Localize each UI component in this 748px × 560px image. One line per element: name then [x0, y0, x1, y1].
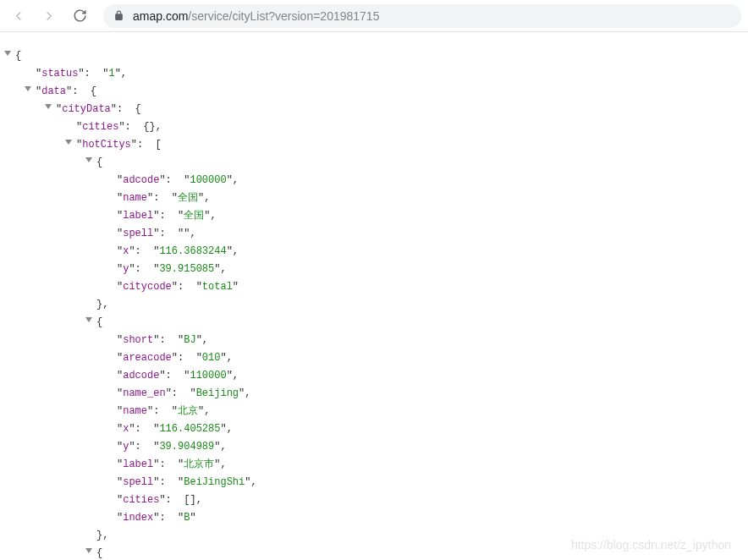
back-button[interactable] — [7, 4, 30, 28]
json-array-item-0[interactable]: { — [15, 154, 748, 172]
json-kv-name_en: "name_en": "Beijing", — [15, 385, 748, 403]
json-key-hotCitys[interactable]: "hotCitys": [ — [15, 136, 748, 154]
json-kv-index: "index": "B" — [15, 509, 748, 527]
forward-button[interactable] — [37, 4, 61, 28]
json-kv-label: "label": "北京市", — [15, 456, 748, 474]
json-kv-citycode: "citycode": "total" — [15, 278, 748, 296]
expand-toggle-icon[interactable] — [4, 51, 11, 56]
json-kv-spell: "spell": "", — [15, 225, 748, 243]
browser-toolbar: amap.com/service/cityList?version=201981… — [0, 0, 748, 32]
json-kv-name: "name": "全国", — [15, 189, 748, 207]
json-kv-adcode: "adcode": "100000", — [15, 172, 748, 189]
expand-toggle-icon[interactable] — [45, 104, 52, 109]
json-viewer: {"status": "1","data": {"cityData": {"ci… — [0, 32, 748, 560]
json-kv-status: "status": "1", — [15, 65, 748, 83]
json-kv-x: "x": "116.3683244", — [15, 243, 748, 261]
json-kv-cities-arr: "cities": [], — [15, 491, 748, 509]
json-root-open[interactable]: { — [15, 47, 748, 65]
json-key-data[interactable]: "data": { — [15, 83, 748, 101]
json-kv-short: "short": "BJ", — [15, 332, 748, 349]
json-kv-cities: "cities": {}, — [15, 118, 748, 136]
lock-icon — [113, 10, 124, 21]
url-domain: amap.com — [133, 9, 188, 23]
json-kv-x: "x": "116.405285", — [15, 420, 748, 438]
json-key-cityData[interactable]: "cityData": { — [15, 101, 748, 118]
url-path: /service/cityList?version=201981715 — [188, 9, 379, 23]
json-kv-spell: "spell": "BeiJingShi", — [15, 474, 748, 491]
json-kv-y: "y": "39.915085", — [15, 261, 748, 278]
expand-toggle-icon[interactable] — [85, 548, 92, 553]
watermark: https://blog.csdn.net/z_ipython — [571, 538, 731, 552]
expand-toggle-icon[interactable] — [25, 86, 31, 91]
json-array-item-1[interactable]: { — [15, 314, 748, 332]
expand-toggle-icon[interactable] — [85, 317, 92, 322]
json-kv-label: "label": "全国", — [15, 207, 748, 225]
expand-toggle-icon[interactable] — [85, 157, 92, 162]
expand-toggle-icon[interactable] — [65, 140, 72, 145]
url-text: amap.com/service/cityList?version=201981… — [133, 9, 379, 23]
json-kv-y: "y": "39.904989", — [15, 438, 748, 456]
address-bar[interactable]: amap.com/service/cityList?version=201981… — [103, 4, 741, 28]
json-kv-name: "name": "北京", — [15, 403, 748, 420]
json-kv-areacode: "areacode": "010", — [15, 349, 748, 367]
reload-button[interactable] — [68, 4, 91, 28]
json-kv-adcode: "adcode": "110000", — [15, 367, 748, 385]
json-close-brace: }, — [15, 296, 748, 314]
